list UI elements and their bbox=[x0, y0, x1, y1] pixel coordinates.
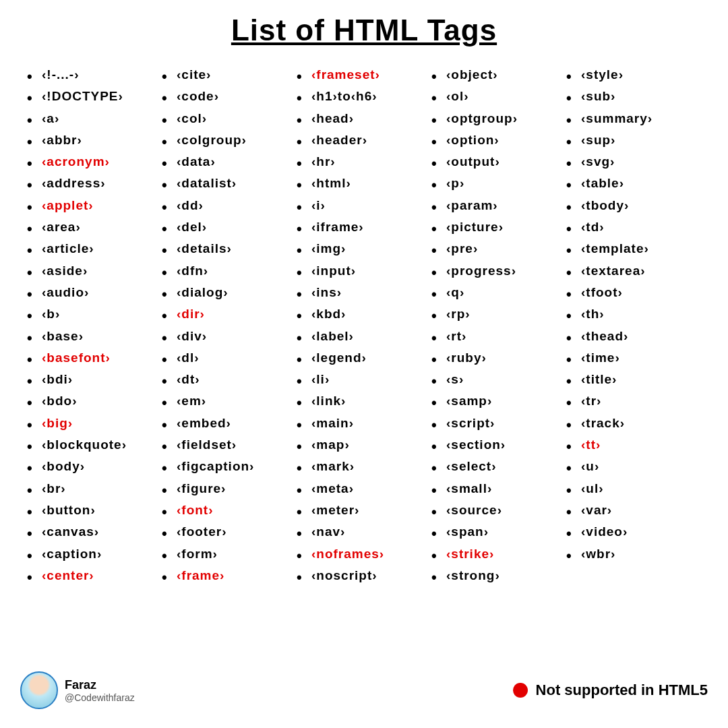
tag-item: ‹option› bbox=[431, 129, 566, 151]
tag-item: ‹progress› bbox=[431, 260, 566, 282]
tag-item: ‹area› bbox=[27, 216, 162, 238]
tag-item: ‹tr› bbox=[566, 390, 701, 412]
author-handle: @Codewithfaraz bbox=[65, 692, 135, 703]
author-name: Faraz bbox=[65, 678, 135, 692]
tag-item: ‹a› bbox=[27, 108, 162, 129]
tag-item: ‹picture› bbox=[431, 216, 566, 238]
tag-item: ‹param› bbox=[431, 195, 566, 216]
tag-item: ‹acronym› bbox=[27, 151, 162, 173]
tag-item: ‹frame› bbox=[162, 565, 297, 586]
tag-item: ‹html› bbox=[297, 173, 431, 194]
tag-item: ‹sub› bbox=[566, 86, 701, 107]
page-title: List of HTML Tags bbox=[20, 13, 708, 47]
tag-item: ‹col› bbox=[162, 108, 297, 129]
tag-item: ‹!-...-› bbox=[27, 64, 162, 86]
tag-item: ‹time› bbox=[566, 347, 701, 369]
avatar bbox=[20, 671, 58, 709]
tag-item: ‹ul› bbox=[566, 478, 701, 499]
tag-item: ‹iframe› bbox=[297, 216, 431, 238]
tag-item: ‹noframes› bbox=[297, 543, 431, 565]
tag-item: ‹track› bbox=[566, 413, 701, 434]
tag-item: ‹dl› bbox=[162, 347, 297, 369]
legend-dot-icon bbox=[513, 683, 528, 698]
tag-item: ‹footer› bbox=[162, 521, 297, 543]
tag-item: ‹q› bbox=[431, 282, 566, 303]
tag-item: ‹i› bbox=[297, 195, 431, 216]
tag-item: ‹nav› bbox=[297, 521, 431, 543]
tag-item: ‹sup› bbox=[566, 129, 701, 151]
tag-item: ‹body› bbox=[27, 456, 162, 477]
column-4: ‹object›‹ol›‹optgroup›‹option›‹output›‹p… bbox=[431, 64, 566, 586]
tag-item: ‹center› bbox=[27, 565, 162, 586]
tag-item: ‹basefont› bbox=[27, 347, 162, 369]
tag-item: ‹em› bbox=[162, 390, 297, 412]
tag-item: ‹colgroup› bbox=[162, 129, 297, 151]
tag-item: ‹dt› bbox=[162, 369, 297, 390]
tag-item: ‹s› bbox=[431, 369, 566, 390]
tag-item: ‹td› bbox=[566, 216, 701, 238]
legend: Not supported in HTML5 bbox=[513, 681, 708, 699]
tag-item: ‹details› bbox=[162, 238, 297, 260]
column-3: ‹frameset›‹h1›to‹h6›‹head›‹header›‹hr›‹h… bbox=[297, 64, 431, 586]
tag-item: ‹embed› bbox=[162, 413, 297, 434]
tag-item: ‹main› bbox=[297, 413, 431, 434]
tag-item: ‹ol› bbox=[431, 86, 566, 107]
tag-item: ‹frameset› bbox=[297, 64, 431, 86]
tag-item: ‹legend› bbox=[297, 347, 431, 369]
tag-item: ‹wbr› bbox=[566, 543, 701, 565]
tag-item: ‹img› bbox=[297, 238, 431, 260]
tag-item: ‹table› bbox=[566, 173, 701, 194]
tag-item: ‹th› bbox=[566, 303, 701, 325]
tag-item: ‹h1›to‹h6› bbox=[297, 86, 431, 107]
tag-item: ‹map› bbox=[297, 434, 431, 456]
tag-item: ‹dir› bbox=[162, 303, 297, 325]
tag-item: ‹ruby› bbox=[431, 347, 566, 369]
tag-item: ‹abbr› bbox=[27, 129, 162, 151]
tag-item: ‹head› bbox=[297, 108, 431, 129]
tag-item: ‹textarea› bbox=[566, 260, 701, 282]
tag-item: ‹meter› bbox=[297, 499, 431, 521]
tag-item: ‹summary› bbox=[566, 108, 701, 129]
tag-item: ‹del› bbox=[162, 216, 297, 238]
tag-item: ‹rp› bbox=[431, 303, 566, 325]
tag-item: ‹span› bbox=[431, 521, 566, 543]
tag-item: ‹noscript› bbox=[297, 565, 431, 586]
tag-item: ‹big› bbox=[27, 413, 162, 434]
tag-item: ‹div› bbox=[162, 326, 297, 347]
tag-item: ‹script› bbox=[431, 413, 566, 434]
tag-item: ‹svg› bbox=[566, 151, 701, 173]
tag-item: ‹dialog› bbox=[162, 282, 297, 303]
tag-item: ‹form› bbox=[162, 543, 297, 565]
tag-item: ‹li› bbox=[297, 369, 431, 390]
tag-item: ‹select› bbox=[431, 456, 566, 477]
tag-item: ‹figure› bbox=[162, 478, 297, 499]
tag-item: ‹font› bbox=[162, 499, 297, 521]
tag-item: ‹tfoot› bbox=[566, 282, 701, 303]
tag-item: ‹style› bbox=[566, 64, 701, 86]
tag-item: ‹bdo› bbox=[27, 390, 162, 412]
tag-item: ‹audio› bbox=[27, 282, 162, 303]
tag-item: ‹source› bbox=[431, 499, 566, 521]
tag-item: ‹label› bbox=[297, 326, 431, 347]
tag-item: ‹strong› bbox=[431, 565, 566, 586]
tag-item: ‹caption› bbox=[27, 543, 162, 565]
column-5: ‹style›‹sub›‹summary›‹sup›‹svg›‹table›‹t… bbox=[566, 64, 701, 586]
tag-item: ‹section› bbox=[431, 434, 566, 456]
tag-item: ‹dfn› bbox=[162, 260, 297, 282]
tag-item: ‹p› bbox=[431, 173, 566, 194]
tag-item: ‹code› bbox=[162, 86, 297, 107]
tag-item: ‹bdi› bbox=[27, 369, 162, 390]
tag-columns: ‹!-...-›‹!DOCTYPE›‹a›‹abbr›‹acronym›‹add… bbox=[20, 64, 708, 586]
tag-item: ‹pre› bbox=[431, 238, 566, 260]
tag-item: ‹article› bbox=[27, 238, 162, 260]
tag-item: ‹applet› bbox=[27, 195, 162, 216]
tag-item: ‹strike› bbox=[431, 543, 566, 565]
tag-item: ‹var› bbox=[566, 499, 701, 521]
tag-item: ‹small› bbox=[431, 478, 566, 499]
tag-item: ‹fieldset› bbox=[162, 434, 297, 456]
column-2: ‹cite›‹code›‹col›‹colgroup›‹data›‹datali… bbox=[162, 64, 297, 586]
tag-item: ‹tbody› bbox=[566, 195, 701, 216]
tag-item: ‹kbd› bbox=[297, 303, 431, 325]
tag-item: ‹header› bbox=[297, 129, 431, 151]
tag-item: ‹address› bbox=[27, 173, 162, 194]
